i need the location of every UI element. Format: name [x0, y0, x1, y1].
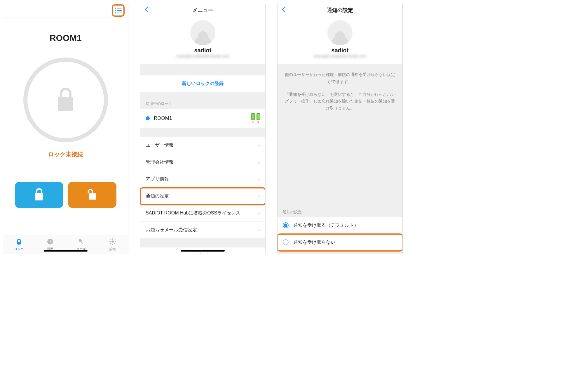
lock-row-room1[interactable]: ROOM1 A B — [140, 109, 265, 128]
tab-settings-label: 設定 — [109, 247, 116, 251]
battery-a-icon — [251, 113, 255, 120]
svg-rect-8 — [109, 241, 111, 242]
unlock-button[interactable] — [68, 182, 116, 208]
chevron-right-icon: › — [258, 142, 260, 148]
radio-selected-icon — [283, 222, 289, 228]
back-button[interactable] — [144, 6, 149, 15]
lock-status-circle[interactable] — [23, 58, 108, 142]
svg-rect-12 — [110, 243, 111, 244]
home-indicator[interactable] — [44, 250, 88, 252]
tab-settings[interactable]: 設定 — [97, 235, 128, 254]
menu-item-user-info[interactable]: ユーザー情報 › — [140, 137, 265, 154]
radio-unselected-icon — [283, 239, 289, 245]
avatar — [190, 20, 215, 45]
room-title: ROOM1 — [3, 33, 128, 43]
lock-button[interactable] — [15, 182, 63, 208]
nav-title: 通知の設定 — [327, 7, 353, 14]
description-paragraph-1: 他のユーザーが行った施錠・解錠の通知を受け取らない設定ができます。 — [284, 71, 396, 85]
avatar — [327, 20, 353, 45]
menu-item-label: 通知の設定 — [146, 193, 169, 199]
menu-item-label: 管理会社情報 — [146, 159, 174, 165]
svg-rect-1 — [18, 240, 20, 242]
menu-item-oss-license[interactable]: SADIOT ROOM Hubに搭載のOSSライセンス › — [140, 205, 265, 222]
navbar: メニュー — [140, 3, 265, 17]
user-email: example-redacted-email.com — [278, 54, 402, 58]
clock-icon — [47, 238, 54, 246]
menu-item-notification-settings[interactable]: 通知の設定 › — [140, 188, 265, 205]
username: sadiot — [278, 47, 402, 54]
lock-status-text: ロック未接続 — [3, 150, 128, 158]
register-new-lock[interactable]: 新しいロックの登録 — [140, 75, 265, 92]
profile-block: sadiot example-redacted-email.com — [140, 17, 265, 64]
tab-lock[interactable]: ロック — [3, 235, 34, 254]
keys-icon — [78, 238, 85, 246]
chevron-right-icon: › — [258, 193, 260, 199]
lock-name: ROOM1 — [154, 115, 247, 121]
svg-rect-10 — [110, 239, 111, 240]
back-button[interactable] — [282, 6, 286, 15]
lock-open-icon — [87, 188, 97, 202]
option-receive-notifications[interactable]: 通知を受け取る（デフォルト） — [278, 217, 402, 234]
section-notif-settings: 通知の設定 — [278, 205, 402, 217]
chevron-right-icon: › — [258, 176, 260, 182]
lock-tab-icon — [15, 238, 22, 246]
svg-rect-11 — [114, 243, 115, 244]
svg-rect-9 — [115, 241, 116, 242]
screen-menu: メニュー sadiot example-redacted-email.com 新… — [140, 3, 266, 254]
menu-item-company-info[interactable]: 管理会社情報 › — [140, 154, 265, 171]
menu-item-label: お知らせメール受信設定 — [146, 227, 197, 233]
profile-block: sadiot example-redacted-email.com — [278, 17, 402, 64]
option-label: 通知を受け取らない — [293, 239, 335, 245]
lock-icon — [55, 88, 76, 112]
screen-lock-home: ROOM1 ロック未接続 ロック — [3, 3, 128, 254]
svg-rect-0 — [17, 239, 21, 245]
navbar: 通知の設定 — [278, 3, 402, 17]
section-locks-in-use: 使用中のロック — [140, 101, 265, 109]
status-dot-icon — [146, 116, 150, 120]
gear-icon — [109, 238, 116, 246]
menu-item-app-info[interactable]: アプリ情報 › — [140, 171, 265, 188]
menu-item-label: アプリ情報 — [146, 176, 169, 182]
svg-rect-4 — [80, 241, 83, 244]
battery-b-icon — [257, 113, 260, 120]
nav-title: メニュー — [192, 7, 213, 14]
menu-item-label: SADIOT ROOM Hubに搭載のOSSライセンス — [146, 210, 240, 216]
home-indicator[interactable] — [181, 250, 225, 252]
svg-rect-7 — [112, 244, 113, 245]
top-bar — [3, 3, 128, 18]
screen-notification-settings: 通知の設定 sadiot example-redacted-email.com … — [277, 3, 403, 254]
battery-indicator: A B — [251, 113, 260, 123]
chevron-right-icon: › — [258, 227, 260, 233]
svg-rect-13 — [114, 239, 115, 240]
chevron-right-icon: › — [258, 210, 260, 216]
username: sadiot — [140, 47, 265, 54]
option-not-receive-notifications[interactable]: 通知を受け取らない — [278, 234, 402, 251]
chevron-right-icon: › — [258, 159, 260, 165]
user-email: example-redacted-email.com — [140, 54, 265, 58]
description: 他のユーザーが行った施錠・解錠の通知を受け取らない設定ができます。 「通知を受け… — [278, 64, 402, 112]
tab-lock-label: ロック — [14, 247, 24, 251]
register-new-lock-label: 新しいロックの登録 — [182, 81, 224, 87]
svg-point-5 — [111, 240, 114, 243]
logout-label: ログアウト — [191, 253, 214, 254]
list-icon — [115, 8, 122, 13]
menu-button[interactable] — [112, 4, 125, 17]
action-row — [3, 182, 128, 208]
menu-item-mail-settings[interactable]: お知らせメール受信設定 › — [140, 222, 265, 239]
menu-item-label: ユーザー情報 — [146, 142, 174, 148]
option-label: 通知を受け取る（デフォルト） — [293, 222, 359, 228]
description-paragraph-2: 「通知を受け取らない」を選択すると、ご自分が行ったハンズフリー操作、しめ忘れ通知… — [284, 91, 396, 112]
lock-closed-icon — [34, 188, 44, 202]
svg-rect-6 — [112, 238, 113, 240]
